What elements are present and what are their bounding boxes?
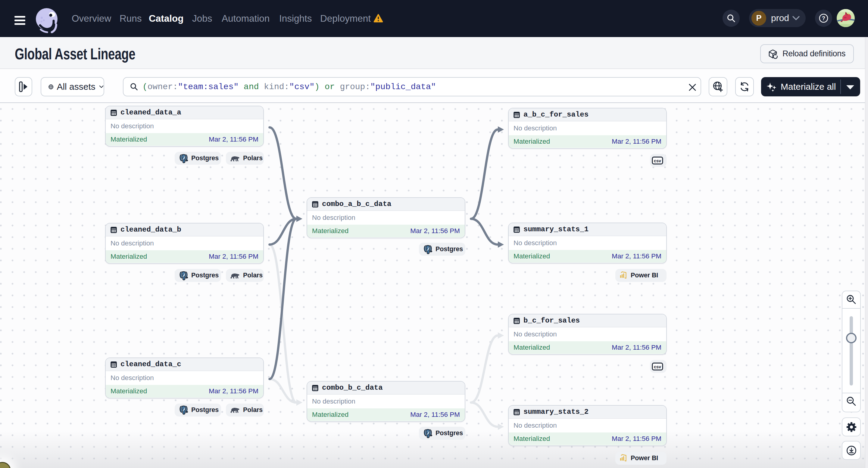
svg-text:csv: csv bbox=[654, 158, 661, 163]
svg-text:csv: csv bbox=[654, 364, 661, 369]
svg-text:?: ? bbox=[822, 15, 825, 21]
